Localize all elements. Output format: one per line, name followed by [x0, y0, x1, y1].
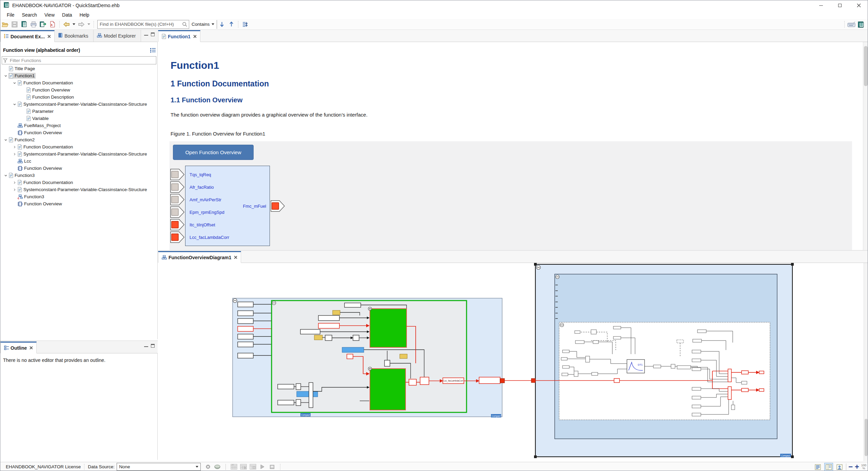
search-scope-button[interactable] — [241, 20, 250, 29]
tree-item-function-description[interactable]: Function Description — [0, 94, 158, 101]
tab-model-explorer[interactable]: Model Explorer — [94, 30, 141, 42]
view-menu-icon[interactable] — [150, 48, 156, 53]
data-source-globe-button[interactable] — [213, 463, 222, 471]
tree-expand-icon[interactable] — [12, 81, 17, 85]
data-source-settings-button[interactable] — [203, 463, 212, 471]
doc-editor-scrollbar[interactable] — [863, 42, 868, 250]
stop-button[interactable] — [268, 463, 276, 471]
output-port-red[interactable] — [271, 200, 285, 212]
tab-bookmarks[interactable]: Bookmarks — [55, 30, 94, 42]
menu-data[interactable]: Data — [58, 11, 76, 19]
zoom-out-button[interactable]: − — [848, 464, 853, 470]
forward-button[interactable] — [77, 20, 86, 29]
tree-expand-icon[interactable] — [12, 188, 17, 191]
open-function-overview-button[interactable]: Open Function Overview — [173, 145, 254, 160]
tree-item-function-overview[interactable]: Function Overview — [0, 200, 158, 207]
menu-help[interactable]: Help — [76, 11, 93, 19]
tree-item-function-overview[interactable]: Function Overview — [0, 129, 158, 136]
minimize-view-icon[interactable] — [144, 35, 148, 36]
calibration-remove-button[interactable] — [239, 463, 248, 471]
calibration-model-button[interactable] — [249, 463, 257, 471]
input-port-gray[interactable] — [170, 194, 184, 205]
contains-dropdown[interactable]: Contains — [189, 20, 217, 29]
tree-expand-icon[interactable] — [3, 74, 8, 78]
data-source-select[interactable]: None — [117, 463, 201, 471]
keyboard-shortcuts-button[interactable] — [847, 20, 856, 29]
diagram-editor-scrollbar[interactable] — [864, 263, 868, 461]
output-port-red[interactable] — [500, 378, 505, 383]
tab-outline[interactable]: Outline — [0, 342, 37, 353]
tree-expand-icon[interactable] — [12, 152, 17, 156]
close-diagram-tab-icon[interactable] — [234, 255, 237, 259]
open-handbook-button[interactable] — [20, 20, 28, 29]
tree-item-function1[interactable]: Function1 — [0, 72, 158, 79]
tree-expand-icon[interactable] — [3, 174, 8, 177]
tree-item-function-overview[interactable]: Function Overview — [0, 86, 158, 94]
close-doc-tab-icon[interactable] — [193, 35, 197, 38]
forward-history-dropdown[interactable] — [87, 23, 90, 25]
tab-document-ex-[interactable]: Document Ex... — [0, 30, 55, 42]
green-map-block-bottom[interactable] — [368, 367, 406, 410]
inner-flow-container[interactable]: DT1 — [535, 322, 770, 420]
presenter-view-button[interactable] — [835, 463, 844, 471]
tree-item-parameter[interactable]: Parameter — [0, 108, 158, 115]
outline-maximize-icon[interactable] — [151, 344, 155, 348]
close-button[interactable] — [849, 0, 868, 11]
tree-expand-icon[interactable] — [3, 138, 8, 142]
tree-item-systemconstant-parameter-variable-classinstance-structure[interactable]: Systemconstant-Parameter-Variable-Classi… — [0, 186, 158, 193]
close-outline-tab-icon[interactable] — [29, 346, 33, 350]
close-tab-icon[interactable] — [47, 35, 51, 38]
tab-function1[interactable]: Function1 — [158, 30, 200, 42]
function-block[interactable]: Tqs_tqReqAfr_facRatioAmf_mAirPerStrEpm_r… — [185, 166, 270, 246]
tree-item-function-documentation[interactable]: Function Documentation — [0, 143, 158, 150]
tree-item-systemconstant-parameter-variable-classinstance-structure[interactable]: Systemconstant-Parameter-Variable-Classi… — [0, 101, 158, 108]
find-next-button[interactable] — [217, 20, 226, 29]
back-history-dropdown[interactable] — [73, 23, 75, 25]
fuelmass-diagram-container[interactable]: Lcc_facLambdaCorr Compact Compact — [233, 298, 531, 417]
tree-item-systemconstant-parameter-variable-classinstance-structure[interactable]: Systemconstant-Parameter-Variable-Classi… — [0, 150, 158, 158]
run-button[interactable] — [258, 463, 267, 471]
minimize-button[interactable] — [811, 0, 830, 11]
export-handbook-button[interactable] — [39, 20, 47, 29]
tree-item-function3[interactable]: Function3 — [0, 172, 158, 179]
open-file-button[interactable] — [1, 20, 9, 29]
zoom-in-button[interactable]: + — [855, 464, 859, 470]
lcc-diagram-container[interactable]: DT1 — [531, 263, 794, 458]
input-port-red[interactable] — [531, 378, 535, 383]
diagram-canvas[interactable]: .wbox{fill:#fff;stroke:#222;stroke-width… — [158, 263, 868, 461]
print-button[interactable] — [29, 20, 38, 29]
input-port-gray[interactable] — [170, 169, 184, 180]
dt1-block[interactable]: DT1 — [627, 360, 645, 373]
menu-view[interactable]: View — [41, 11, 58, 19]
maximize-button[interactable] — [830, 0, 849, 11]
tree-item-function-documentation[interactable]: Function Documentation — [0, 179, 158, 186]
tab-function-overview-diagram1[interactable]: FunctionOverviewDiagram1 — [158, 251, 241, 263]
save-button[interactable] — [10, 20, 19, 29]
filter-functions-input[interactable] — [8, 58, 156, 63]
calibration-view-button[interactable]: PT — [230, 463, 238, 471]
back-button[interactable] — [62, 20, 71, 29]
tree-item-function-documentation[interactable]: Function Documentation — [0, 79, 158, 86]
tree-item-function2[interactable]: Function2 — [0, 136, 158, 143]
tree-item-function-overview[interactable]: Function Overview — [0, 165, 158, 172]
single-page-view-button[interactable] — [813, 463, 822, 471]
menu-search[interactable]: Search — [18, 11, 41, 19]
tree-item-function3[interactable]: cFunction3 — [0, 193, 158, 200]
input-port-gray[interactable] — [170, 206, 184, 218]
outline-minimize-icon[interactable] — [144, 346, 148, 347]
tree-expand-icon[interactable] — [12, 181, 17, 184]
export-pdf-button[interactable]: A — [48, 20, 57, 29]
book-view-button[interactable] — [824, 463, 833, 471]
tree-expand-icon[interactable] — [12, 145, 17, 149]
maximize-view-icon[interactable] — [151, 33, 155, 36]
tree-item-title-page[interactable]: Title Page — [0, 65, 158, 72]
input-port-red[interactable] — [170, 219, 184, 230]
find-input[interactable] — [98, 21, 181, 28]
input-port-red[interactable] — [170, 231, 184, 243]
tree-item-variable[interactable]: Variable — [0, 115, 158, 122]
tree-expand-icon[interactable] — [12, 103, 17, 106]
menu-file[interactable]: File — [3, 11, 18, 19]
tree-item-lcc[interactable]: Lcc — [0, 158, 158, 165]
input-port-gray[interactable] — [170, 181, 184, 193]
ehandbook-info-button[interactable] — [856, 20, 865, 29]
